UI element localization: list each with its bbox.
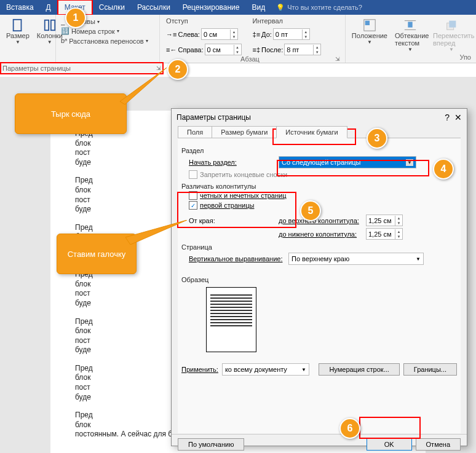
borders-dlg-button[interactable]: Границы... bbox=[403, 363, 457, 376]
page-params-label: Параметры страницы bbox=[2, 65, 71, 72]
spacing-after-input[interactable]: ▲▼ bbox=[284, 44, 321, 55]
page-setup-dialog: Параметры страницы ? ✕ Поля Размер бумаг… bbox=[171, 108, 467, 446]
ok-button[interactable]: OK bbox=[367, 438, 412, 451]
doc-text: буде bbox=[75, 393, 91, 401]
odd-even-checkbox[interactable]: четных и нечетных страниц bbox=[189, 191, 457, 200]
wrap-button[interactable]: Обтекание текстом ▼ bbox=[392, 17, 428, 53]
doc-text: буде bbox=[75, 299, 91, 307]
chevron-down-icon: ▼ bbox=[449, 47, 454, 52]
doc-text: блок bbox=[75, 420, 90, 429]
size-label: Размер bbox=[6, 32, 30, 39]
header-dist-input[interactable]: ▲▼ bbox=[366, 215, 403, 226]
doc-text: блок bbox=[75, 280, 90, 288]
cancel-button[interactable]: Отмена bbox=[416, 438, 461, 451]
valign-label: Вертикальное выравнивание: bbox=[189, 255, 285, 262]
tab-design[interactable]: Д bbox=[40, 1, 57, 14]
interval-before-label: До: bbox=[261, 31, 272, 38]
breaks-icon: ⎯ bbox=[61, 18, 65, 25]
position-button[interactable]: Положение ▼ bbox=[349, 17, 390, 46]
interval-title: Интервал bbox=[253, 17, 322, 25]
doc-text: пост bbox=[75, 148, 90, 157]
tab-view[interactable]: Вид bbox=[246, 1, 272, 14]
default-button[interactable]: По умолчанию bbox=[178, 438, 244, 451]
preview-page bbox=[206, 287, 256, 352]
first-page-checkbox[interactable]: ✓ первой страницы bbox=[189, 201, 457, 210]
tab-review[interactable]: Рецензирование bbox=[177, 1, 246, 14]
svg-rect-9 bbox=[449, 21, 456, 28]
valign-value: По верхнему краю bbox=[292, 255, 349, 262]
from-edge-label: От края: bbox=[189, 217, 275, 224]
doc-text: пост bbox=[75, 383, 90, 392]
badge-3: 3 bbox=[367, 128, 387, 149]
badge-1: 1 bbox=[65, 7, 86, 28]
spacing-before-icon: ‡≡ bbox=[253, 31, 261, 38]
spacing-after-icon: ≡‡ bbox=[253, 46, 261, 53]
preview-group-label: Образец bbox=[181, 276, 457, 283]
valign-select[interactable]: По верхнему краю ▼ bbox=[288, 253, 424, 265]
doc-text: Пред bbox=[75, 176, 93, 184]
chevron-down-icon: ▾ bbox=[146, 38, 148, 44]
tab-margins[interactable]: Поля bbox=[178, 126, 212, 138]
svg-rect-4 bbox=[365, 21, 370, 25]
badge-4: 4 bbox=[433, 159, 454, 179]
chevron-down-icon: ▼ bbox=[15, 39, 20, 45]
odd-even-label: четных и нечетных страниц bbox=[200, 192, 286, 199]
doc-text: буде bbox=[75, 345, 91, 354]
interval-after-label: После: bbox=[261, 46, 283, 53]
page-params-launcher[interactable]: ⇲ bbox=[156, 65, 161, 71]
help-icon[interactable]: ? bbox=[445, 112, 450, 122]
move-fwd-button[interactable]: Переместить вперед ▼ bbox=[430, 17, 472, 53]
position-label: Положение bbox=[352, 32, 387, 39]
wrap-label: Обтекание текстом bbox=[395, 32, 426, 47]
chevron-down-icon: ▼ bbox=[47, 39, 52, 45]
chevron-down-icon: ▾ bbox=[97, 19, 100, 25]
indent-left-icon: →≡ bbox=[166, 31, 177, 38]
doc-text: буде bbox=[75, 205, 91, 213]
size-button[interactable]: Размер ▼ bbox=[4, 17, 32, 46]
tab-mailings[interactable]: Рассылки bbox=[131, 1, 177, 14]
start-section-select[interactable]: Со следующей страницы ▼ bbox=[279, 156, 416, 168]
doc-text: пост bbox=[75, 289, 90, 297]
arrange-group-title: Упо bbox=[351, 53, 471, 61]
spacing-before-input[interactable]: ▲▼ bbox=[273, 28, 310, 40]
footer-dist-label: до нижнего колонтитула: bbox=[279, 230, 362, 238]
line-numbers-label: Номера строк bbox=[71, 28, 115, 35]
svg-rect-0 bbox=[14, 20, 22, 31]
tab-paper-source[interactable]: Источник бумаги bbox=[276, 126, 347, 138]
section-group-label: Раздел bbox=[181, 147, 457, 154]
start-section-value: Со следующей страницы bbox=[282, 159, 361, 166]
hyphenation-button[interactable]: bᵃРасстановка переносов ▾ bbox=[60, 36, 149, 45]
svg-rect-5 bbox=[408, 22, 412, 28]
badge-6: 6 bbox=[339, 418, 360, 439]
indent-right-icon: ≡← bbox=[166, 46, 177, 53]
headers-group-label: Различать колонтитулы bbox=[181, 183, 457, 190]
chevron-down-icon: ▼ bbox=[406, 159, 413, 166]
chevron-down-icon: ▼ bbox=[408, 47, 413, 52]
page-params-group-title[interactable]: Параметры страницы ⇲ bbox=[0, 62, 164, 74]
close-icon[interactable]: ✕ bbox=[454, 112, 462, 122]
paragraph-launcher[interactable]: ⇲ bbox=[335, 56, 340, 62]
apply-value: ко всему документу bbox=[225, 366, 287, 373]
svg-rect-2 bbox=[51, 20, 55, 31]
move-label: Переместить вперед bbox=[433, 32, 470, 47]
lightbulb-icon: 💡 bbox=[276, 4, 285, 12]
indent-title: Отступ bbox=[166, 17, 241, 25]
dialog-body: Раздел Начать раздел: Со следующей стран… bbox=[178, 138, 461, 433]
tell-me[interactable]: 💡 Что вы хотите сделать? bbox=[276, 4, 362, 12]
tab-insert[interactable]: Вставка bbox=[0, 1, 40, 14]
footer-dist-input[interactable]: ▲▼ bbox=[366, 228, 403, 240]
tab-paper-size[interactable]: Размер бумаги bbox=[212, 126, 277, 138]
line-numbers-dlg-button[interactable]: Нумерация строк... bbox=[319, 363, 399, 376]
doc-text: пост bbox=[75, 336, 90, 345]
indent-right-input[interactable]: ▲▼ bbox=[205, 44, 242, 55]
callout-set-check: Ставим галочку bbox=[57, 234, 137, 274]
chevron-down-icon: ▾ bbox=[117, 28, 119, 34]
indent-left-input[interactable]: ▲▼ bbox=[201, 28, 238, 40]
doc-text: блок bbox=[75, 139, 90, 148]
doc-text: Пред bbox=[75, 411, 93, 419]
apply-select[interactable]: ко всему документу ▼ bbox=[222, 363, 309, 376]
suppress-endnotes-checkbox: Запретить концевые сноски bbox=[189, 170, 457, 179]
svg-rect-1 bbox=[45, 20, 49, 31]
checkbox-icon bbox=[189, 191, 197, 200]
tab-references[interactable]: Ссылки bbox=[93, 1, 131, 14]
